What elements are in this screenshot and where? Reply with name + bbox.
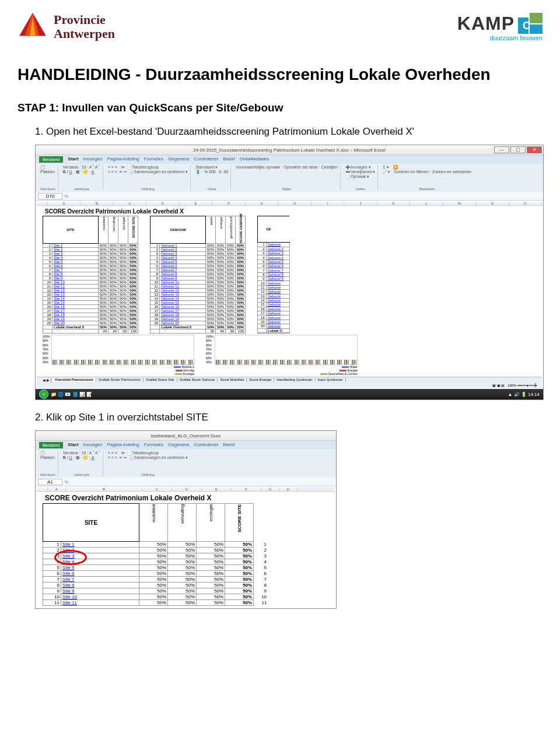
maximize-icon[interactable]: ▢	[510, 146, 526, 153]
table-row[interactable]: 1Gebouw 150%50%50%50%	[150, 244, 246, 248]
table-row[interactable]: 20Site 2050%50%50%50%	[43, 321, 138, 325]
table-row[interactable]: 7Site 750%50%50%50%	[43, 268, 138, 272]
table-row[interactable]: 19Gebouw	[258, 320, 290, 324]
ribbon-tab-pagina-indeling[interactable]: Pagina-indeling	[107, 442, 139, 448]
table-row[interactable]: 6Site 650%50%50%50%6	[43, 571, 268, 577]
table-row[interactable]: 4Gebouw 4	[258, 255, 290, 259]
table-row[interactable]: 6Gebouw 650%50%50%50%	[150, 264, 246, 268]
name-box[interactable]: D70	[38, 193, 62, 199]
table-row[interactable]: 8Gebouw 850%50%50%50%	[150, 272, 246, 276]
table-row[interactable]: 14Site 1450%50%50%50%	[43, 297, 138, 301]
ribbon-tab-bestand[interactable]: Bestand	[39, 442, 63, 448]
table-row[interactable]: 7Gebouw 7	[258, 268, 290, 272]
table-row[interactable]: 10Gebouw 1050%50%50%50%	[150, 280, 246, 285]
table-row[interactable]: 17Gebouw	[258, 311, 290, 315]
table-row[interactable]: 16Gebouw 1650%50%50%50%	[150, 305, 246, 309]
table-row[interactable]: 13Site 1350%50%50%50%	[43, 293, 138, 297]
ribbon-tabs-2[interactable]: BestandStartInvoegenPagina-indelingFormu…	[36, 441, 337, 450]
table-row[interactable]: 8Site 850%50%50%50%	[43, 272, 138, 276]
ribbon-tab-beeld[interactable]: Beeld	[223, 156, 235, 163]
table-row[interactable]: 5Gebouw 550%50%50%50%	[150, 260, 246, 264]
worksheet-tab[interactable]: Overzicht Patrimonium	[52, 378, 96, 382]
ribbon-group-align[interactable]: ≡ ≡ ≡ ≫ 📄Tekstterugloop≡ ≡ ≡ ⇤⇥ ⬜Samenvo…	[106, 165, 191, 191]
name-box-2[interactable]: A1	[38, 479, 62, 485]
ribbon-tab-formules[interactable]: Formules	[144, 156, 163, 163]
site-table[interactable]: SITE mobiliteit vervuiling ecologie SCOR…	[43, 216, 138, 334]
table-row[interactable]: 9Gebouw 950%50%50%50%	[150, 276, 246, 280]
ribbon-tab-invoegen[interactable]: Invoegen	[83, 442, 103, 448]
ribbon-tab-formules[interactable]: Formules	[144, 442, 163, 448]
table-row[interactable]: 16Gebouw	[258, 307, 290, 311]
ribbon-tab-gegevens[interactable]: Gegevens	[168, 442, 189, 448]
ribbon-group-align-2[interactable]: ≡ ≡ ≡ ≫ 📄Tekstterugloop≡ ≡ ≡ ⇤⇥ ⬜Samenvo…	[106, 451, 190, 476]
table-row[interactable]: 5Gebouw 5	[258, 259, 290, 264]
windows-taskbar[interactable]: 📁 🌐 📧 📘 📊 📝 ▲ 🔊 🔋 14:14	[36, 389, 543, 399]
table-row[interactable]: 19Site 1950%50%50%50%	[43, 317, 138, 321]
worksheet-tab[interactable]: Grafiek Score Gebouw	[177, 378, 218, 382]
table-row[interactable]: 11Gebouw 1150%50%50%50%	[150, 285, 246, 289]
worksheet-2[interactable]: ABCDEFGH SCORE Overzicht Patrimonium Lok…	[36, 486, 336, 608]
table-row[interactable]: 3Gebouw 350%50%50%50%	[150, 252, 246, 256]
ribbon-group-styles[interactable]: Voorwaardelijke opmaak · Opmaken als tab…	[233, 165, 341, 191]
table-row[interactable]: 10Site 1050%50%50%50%10	[43, 594, 268, 600]
table-row[interactable]: 1Site 150%50%50%50%	[43, 244, 138, 248]
table-row[interactable]: 15Gebouw 1550%50%50%50%	[150, 301, 246, 305]
table-row[interactable]: 12Gebouw	[258, 290, 290, 294]
table-row[interactable]: 9Site 950%50%50%50%	[43, 276, 138, 280]
table-row[interactable]: 18Site 1850%50%50%50%	[43, 313, 138, 317]
table-row[interactable]: 13Gebouw 1350%50%50%50%	[150, 293, 246, 297]
ribbon-tab-controleren[interactable]: Controleren	[194, 156, 218, 163]
table-row[interactable]: 6Gebouw 6	[258, 264, 290, 268]
ribbon-tab-pagina-indeling[interactable]: Pagina-indeling	[107, 156, 139, 163]
table-row[interactable]: 9Site 950%50%50%50%9	[43, 588, 268, 594]
table-row[interactable]: 12Site 1250%50%50%50%	[43, 289, 138, 293]
table-row[interactable]: 15Site 1550%50%50%50%	[43, 301, 138, 305]
table-row[interactable]: 18Gebouw 1850%50%50%50%	[150, 313, 246, 317]
worksheet-tab[interactable]: Grafiek Score Patrimonium	[96, 378, 144, 382]
ribbon-group-clipboard[interactable]: 📋Plakken Klembord	[38, 165, 58, 191]
ribbon-tab-invoegen[interactable]: Invoegen	[83, 156, 103, 163]
table-row[interactable]: 3Site 350%50%50%50%	[43, 252, 138, 256]
ribbon-tab-bestand[interactable]: Bestand	[39, 156, 63, 163]
table-row[interactable]: 2Gebouw 2	[258, 247, 290, 251]
table-row[interactable]: 4Gebouw 450%50%50%50%	[150, 256, 246, 260]
table-row[interactable]: 9Gebouw 9	[258, 277, 290, 281]
zoom-indicator[interactable]: ▦ ▣ ▤ 100% ➖━━●━━➕	[492, 383, 537, 387]
minimize-icon[interactable]: —	[494, 146, 509, 153]
ribbon-group-font[interactable]: Verdana · 10 · A˄ A˅B I U · ▦ · 🟡 · A Le…	[61, 165, 103, 191]
worksheet-tab[interactable]: Score Mobiliteit	[218, 378, 247, 382]
table-row[interactable]: 1Gebouw	[258, 243, 290, 247]
formula-bar-2[interactable]: A1 fx	[36, 478, 336, 486]
table-row[interactable]: 11Site 1150%50%50%50%	[43, 285, 138, 289]
table-row[interactable]: 8Gebouw 8	[258, 272, 290, 276]
partial-table[interactable]: GE 1Gebouw2Gebouw 23Gebouw 34Gebouw 45Ge…	[257, 216, 290, 334]
ribbon-tab-gegevens[interactable]: Gegevens	[168, 156, 189, 163]
table-row[interactable]: 11Gebouw	[258, 285, 290, 289]
ribbon-tabs[interactable]: BestandStartInvoegenPagina-indelingFormu…	[36, 155, 544, 164]
table-row[interactable]: 12Gebouw 1250%50%50%50%	[150, 289, 246, 293]
table-row[interactable]: 8Site 850%50%50%50%8	[43, 583, 268, 588]
table-row[interactable]: 20Gebouw	[258, 324, 290, 329]
table-row[interactable]: 5Site 550%50%50%50%	[43, 260, 138, 264]
ribbon-tab-beeld[interactable]: Beeld	[223, 442, 235, 448]
table-row[interactable]: 11Site 1150%50%50%50%11	[43, 600, 268, 606]
table-row[interactable]: 16Site 1650%50%50%50%	[43, 305, 138, 309]
ribbon-group-number[interactable]: Standaard ▾💲 · % 000 .0 .00 Getal	[193, 165, 231, 191]
worksheet-tab[interactable]: Input Quickscan	[316, 378, 346, 382]
close-icon[interactable]: ✕	[527, 146, 542, 153]
table-row[interactable]: 7Site 750%50%50%50%7	[43, 577, 268, 583]
table-row[interactable]: 18Gebouw	[258, 315, 290, 320]
table-row[interactable]: 17Site 1750%50%50%50%	[43, 309, 138, 313]
ribbon-group-font-2[interactable]: Verdana · 10 · A˄ A˅B I U · ▦ · 🟡 · A Le…	[61, 451, 103, 476]
worksheet-tab[interactable]: Handleiding Quickscan	[274, 378, 315, 382]
table-row[interactable]: 15Gebouw	[258, 303, 290, 307]
table-row[interactable]: 1Site 150%50%50%50%1	[43, 542, 268, 548]
table-row[interactable]: 5Site 550%50%50%50%5	[43, 565, 268, 571]
ribbon-group-cells[interactable]: ➕Invoegen ▾➖Verwijderen ▾📄Opmaak ▾ Celle…	[343, 165, 379, 191]
table-row[interactable]: 17Gebouw 1750%50%50%50%	[150, 309, 246, 313]
table-row[interactable]: 2Gebouw 250%50%50%50%	[150, 248, 246, 252]
table-row[interactable]: 19Gebouw 1950%50%50%50%	[150, 317, 246, 321]
table-row[interactable]: 6Site 650%50%50%50%	[43, 264, 138, 268]
ribbon-group-edit[interactable]: Σ ▾ 🔽🧹▾ Sorteren en filteren · Zoeken en…	[380, 165, 474, 191]
table-row[interactable]: 10Gebouw	[258, 281, 290, 285]
